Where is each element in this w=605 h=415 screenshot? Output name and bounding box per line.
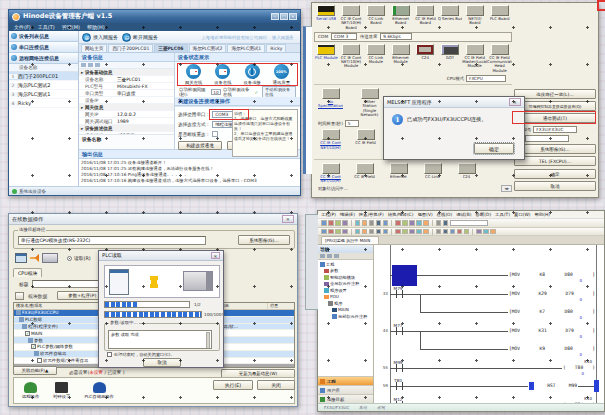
gx-menu-item[interactable]: 调试(B) — [456, 212, 471, 217]
gx-menu-item[interactable]: 搜索/替换(F) — [359, 212, 384, 217]
property-sort-bar[interactable] — [79, 62, 174, 69]
toolbar-button[interactable] — [328, 220, 334, 226]
nav-item[interactable]: 局部软元件注释 — [318, 313, 373, 320]
instruction-coil[interactable]: (T84) — [562, 402, 596, 404]
instruction-mov[interactable]: [MOVK31D79] — [508, 328, 596, 333]
interface-item[interactable]: NET(II) Board — [463, 5, 488, 30]
toolbar-button[interactable] — [490, 229, 496, 235]
ladder-editor[interactable]: [MOVK8D80]033M79[MOVK29D79]0[MOVK7D80]04… — [374, 245, 604, 403]
toolbar-button[interactable] — [436, 229, 442, 235]
cpu-module-tab[interactable]: CPU模块 — [13, 268, 42, 277]
gx-menu-item[interactable]: 视图(V) — [417, 212, 432, 217]
maximize-button[interactable]: □ — [280, 13, 288, 20]
toolbar-button[interactable] — [423, 220, 429, 226]
tool-2[interactable]: PLC存储器操作 — [84, 382, 113, 399]
online-close-button[interactable]: ✕ — [282, 215, 294, 223]
contact-bar[interactable] — [402, 327, 403, 335]
sidebar-item-serial-conn[interactable]: 串口连接信息 — [9, 42, 78, 53]
direct-connection-button[interactable]: 可编程控制器直接连接设置(Q) — [514, 101, 596, 111]
interface-item[interactable]: Ethernet Board — [388, 5, 413, 30]
company-link[interactable]: 上海海诺德智能科技有限公司网站 — [201, 35, 267, 40]
interface-item[interactable]: CC IE Cont NET/10(H) — [318, 163, 343, 184]
melsoft-ok-button[interactable]: 确定 — [474, 143, 514, 154]
toolbar-button[interactable] — [416, 220, 422, 226]
device-tab[interactable]: 西门子200PLC01 — [108, 44, 153, 52]
toolbar-button[interactable] — [402, 220, 408, 226]
interface-item[interactable]: CC IE Field — [352, 163, 377, 184]
communication-test-button[interactable]: 通信测试(T) — [514, 113, 596, 123]
contact-bar[interactable] — [402, 382, 403, 390]
toolbar-button[interactable] — [383, 229, 389, 235]
module-data-icon-button[interactable] — [15, 292, 24, 300]
interface-item[interactable]: CC IE Field — [353, 129, 378, 150]
toolbar-button[interactable] — [416, 229, 422, 235]
online-titlebar[interactable]: 在线数据操作 ✕ — [9, 214, 297, 225]
toolbar-button[interactable] — [436, 220, 442, 226]
toolbar-button[interactable] — [409, 220, 415, 226]
interface-item[interactable]: C24 — [454, 163, 479, 184]
plcread-cancel-button[interactable]: 取消 — [143, 358, 181, 367]
menu-item[interactable]: 帮助(H) — [87, 24, 105, 30]
output-log[interactable]: 2016/11/08 17:01:25 设备连接通道断开！2016/11/08 … — [79, 159, 300, 186]
contact-bar[interactable] — [402, 401, 403, 404]
melsoft-titlebar[interactable]: MELSOFT 应用程序 ✕ — [384, 97, 524, 108]
interface-item[interactable]: CC-Link Board — [364, 5, 389, 30]
contact-bar[interactable] — [402, 364, 403, 372]
toolbar-button[interactable] — [335, 229, 341, 235]
com-field[interactable]: COM 3 — [331, 33, 357, 40]
instruction-rst[interactable]: RSTM99 — [528, 383, 578, 390]
toolbar-button[interactable] — [321, 229, 327, 235]
device-tab[interactable]: 海尔PLC测试1 — [227, 44, 265, 52]
interface-item[interactable]: Other Station (Single Network) — [357, 88, 382, 117]
interface-item[interactable]: GOT — [438, 44, 463, 73]
radio-读取(R)[interactable]: 读取(R) — [67, 255, 91, 261]
interface-item[interactable]: PLC Board — [487, 5, 512, 30]
pager-buttons[interactable]: ◂▸ — [501, 185, 512, 192]
toolbar-button[interactable] — [383, 220, 389, 226]
toolbar-combo[interactable] — [450, 220, 488, 226]
interface-item[interactable]: Q Series Bus — [438, 5, 463, 30]
toolbar-button[interactable] — [369, 220, 375, 226]
toolbar-button[interactable] — [362, 229, 368, 235]
toolbar-button[interactable] — [376, 220, 382, 226]
route-list-button[interactable]: 连接路径一览(L)... — [514, 89, 596, 99]
gx-document-tab[interactable]: [PRG]监视 执行中 MAIN — [321, 236, 379, 244]
sidebar-item-device-list[interactable]: 设备列表信息 — [9, 31, 78, 42]
menu-item[interactable]: 工具(T) — [38, 24, 55, 30]
interface-item[interactable]: Ethernet — [386, 163, 411, 184]
contact-bar[interactable] — [396, 327, 397, 335]
interface-item[interactable]: CC IE Cont NET/10(H) — [318, 129, 343, 150]
online-system-image-button[interactable]: 系统图像(G)... — [238, 235, 290, 245]
device-tab[interactable]: 三菱PLC06 — [154, 44, 187, 52]
toolbar-button[interactable] — [321, 220, 327, 226]
cancel-button[interactable]: 取消 — [514, 181, 596, 191]
close-button[interactable]: ✕ — [289, 13, 297, 20]
toolbar-button[interactable] — [362, 220, 368, 226]
toolbar-button[interactable] — [402, 229, 408, 235]
interface-item[interactable]: No Specification — [318, 88, 343, 117]
online-close-bottom-button[interactable]: 关闭 — [257, 380, 295, 390]
tool-1[interactable]: 时钟设置 — [53, 382, 70, 399]
minimize-button[interactable]: – — [271, 13, 279, 20]
reconnect-checkbox[interactable] — [212, 131, 218, 137]
toolbar-button[interactable] — [443, 220, 449, 226]
timeout-field[interactable]: 5 — [345, 120, 359, 127]
toolbar-button[interactable] — [457, 229, 463, 235]
edit-cursor-cell[interactable] — [392, 265, 417, 286]
toolbar-button[interactable] — [342, 229, 348, 235]
gx-menu-item[interactable]: 工程(P) — [321, 212, 336, 217]
toolbar-button[interactable] — [395, 229, 401, 235]
toolbar-button[interactable] — [443, 229, 449, 235]
related-functions-button[interactable]: 关联功能(F)▲ — [13, 366, 57, 375]
auto-detect-checkmark[interactable]: ✓ — [254, 90, 258, 95]
interface-item[interactable]: PLC Module — [314, 44, 339, 73]
contact-bar[interactable] — [402, 290, 403, 298]
interface-item[interactable]: CC IE Field Board — [413, 5, 438, 30]
row-checkbox[interactable] — [37, 358, 42, 363]
toolbar-button[interactable] — [328, 229, 334, 235]
toolbar-button[interactable] — [355, 220, 361, 226]
row-checkbox[interactable]: ✓ — [25, 331, 30, 336]
tool-0[interactable]: 远程操作 — [22, 382, 39, 399]
sidebar-item-remote-conn[interactable]: 远程网络连接信息 — [9, 53, 78, 64]
cpu-mode-field[interactable]: FXCPU — [466, 75, 506, 82]
